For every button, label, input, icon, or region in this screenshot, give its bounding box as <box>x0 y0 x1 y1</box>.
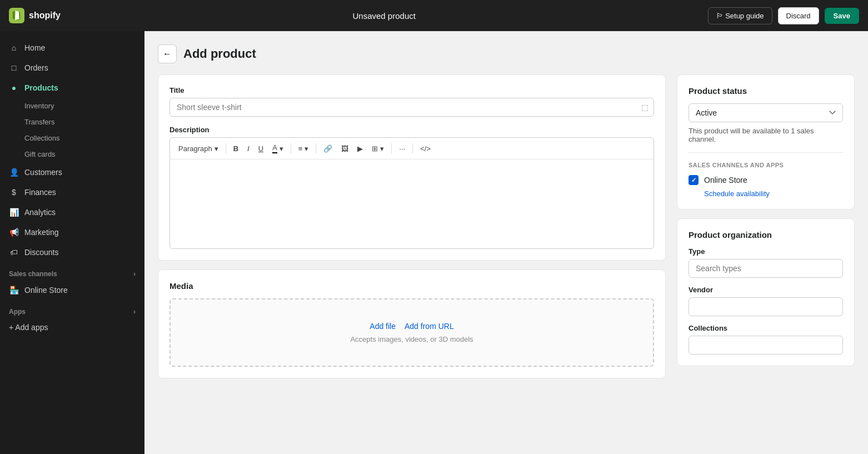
sidebar-item-marketing[interactable]: 📢 Marketing <box>0 222 144 242</box>
page-subtitle: Unsaved product <box>353 11 416 21</box>
sidebar-item-label-online-store: Online Store <box>24 286 68 295</box>
status-select[interactable]: Active Draft <box>689 103 843 122</box>
video-button[interactable]: ▶ <box>353 142 367 155</box>
schedule-availability-link[interactable]: Schedule availability <box>689 189 843 198</box>
content-grid: Title ⬚ Description Paragraph ▾ <box>158 74 855 378</box>
bold-button[interactable]: B <box>230 142 242 155</box>
discard-button[interactable]: Discard <box>778 7 819 24</box>
save-button[interactable]: Save <box>825 8 859 24</box>
channel-row-online-store: Online Store <box>689 175 843 185</box>
customers-icon: 👤 <box>9 167 19 177</box>
setup-guide-button[interactable]: 🏳 Setup guide <box>708 7 772 24</box>
sidebar-item-label-finances: Finances <box>24 188 56 197</box>
add-url-button[interactable]: Add from URL <box>405 322 454 331</box>
title-label: Title <box>169 86 654 94</box>
description-body[interactable] <box>170 159 654 248</box>
finances-icon: $ <box>9 187 19 197</box>
online-store-checkbox[interactable] <box>689 175 699 185</box>
align-icon: ≡ <box>298 144 303 153</box>
sidebar-item-online-store[interactable]: 🏪 Online Store <box>0 280 144 300</box>
toolbar-sep-1 <box>226 143 226 153</box>
product-organization-card: Product organization Type Vendor Collect… <box>677 218 855 366</box>
product-organization-title: Product organization <box>689 230 843 240</box>
type-field: Type <box>689 247 843 278</box>
paragraph-dropdown-icon: ▾ <box>214 144 218 153</box>
analytics-icon: 📊 <box>9 207 19 217</box>
code-button[interactable]: </> <box>416 142 435 155</box>
sidebar-item-label-analytics: Analytics <box>24 208 56 217</box>
back-button[interactable]: ← <box>158 44 177 63</box>
table-dropdown[interactable]: ⊞ ▾ <box>368 142 388 155</box>
sidebar-item-label-marketing: Marketing <box>24 228 58 237</box>
content-main: Title ⬚ Description Paragraph ▾ <box>158 74 666 378</box>
underline-button[interactable]: U <box>255 142 267 155</box>
media-hint: Accepts images, videos, or 3D models <box>182 335 642 343</box>
sidebar-item-finances[interactable]: $ Finances <box>0 182 144 202</box>
paragraph-dropdown[interactable]: Paragraph ▾ <box>174 142 222 155</box>
sidebar-item-label-orders: Orders <box>24 63 48 72</box>
add-file-button[interactable]: Add file <box>370 322 396 331</box>
media-dropzone[interactable]: Add file Add from URL Accepts images, vi… <box>169 298 654 367</box>
collections-field: Collections <box>689 324 843 355</box>
sidebar-item-label-customers: Customers <box>24 168 62 177</box>
sidebar-sub-item-gift-cards[interactable]: Gift cards <box>0 146 144 162</box>
text-color-icon: A <box>272 143 277 153</box>
media-card: Media Add file Add from URL Accepts imag… <box>158 270 666 378</box>
sidebar-item-label-add-apps: + Add apps <box>9 323 48 332</box>
table-icon: ⊞ <box>372 144 378 153</box>
apps-section: Apps › <box>0 300 144 318</box>
vendor-label: Vendor <box>689 286 843 294</box>
align-dropdown[interactable]: ≡ ▾ <box>295 142 313 155</box>
toolbar-sep-3 <box>316 143 316 153</box>
description-label: Description <box>169 126 654 134</box>
toolbar-sep-2 <box>291 143 291 153</box>
image-button[interactable]: 🖼 <box>337 142 352 155</box>
sidebar-item-label-home: Home <box>24 43 45 52</box>
status-hint: This product will be available to 1 sale… <box>689 127 843 143</box>
sales-channels-chevron[interactable]: › <box>133 270 136 278</box>
page-header: ← Add product <box>158 44 855 63</box>
sidebar-item-customers[interactable]: 👤 Customers <box>0 162 144 182</box>
media-title: Media <box>169 281 654 291</box>
italic-button[interactable]: I <box>243 142 253 155</box>
sidebar-item-products[interactable]: ● Products <box>0 78 144 98</box>
type-label: Type <box>689 247 843 256</box>
sidebar: ⌂ Home □ Orders ● Products Inventory Tra… <box>0 31 144 454</box>
topbar-actions: 🏳 Setup guide Discard Save <box>708 7 859 24</box>
orders-icon: □ <box>9 63 19 73</box>
product-status-title: Product status <box>689 86 843 96</box>
sidebar-item-discounts[interactable]: 🏷 Discounts <box>0 242 144 262</box>
sidebar-item-label-products: Products <box>24 83 58 92</box>
sidebar-item-add-apps[interactable]: + Add apps <box>0 318 144 337</box>
link-button[interactable]: 🔗 <box>320 142 336 155</box>
product-details-card: Title ⬚ Description Paragraph ▾ <box>158 74 666 261</box>
title-input-icon: ⬚ <box>641 103 648 112</box>
sidebar-item-analytics[interactable]: 📊 Analytics <box>0 202 144 222</box>
sidebar-item-home[interactable]: ⌂ Home <box>0 38 144 58</box>
collections-input[interactable] <box>689 336 843 355</box>
logo: shopify <box>9 8 61 23</box>
marketing-icon: 📢 <box>9 227 19 237</box>
vendor-field: Vendor <box>689 286 843 316</box>
product-status-card: Product status Active Draft This product… <box>677 74 855 209</box>
media-links: Add file Add from URL <box>182 322 642 331</box>
type-input[interactable] <box>689 259 843 278</box>
sidebar-item-label-discounts: Discounts <box>24 248 58 257</box>
sidebar-sub-item-collections[interactable]: Collections <box>0 130 144 146</box>
back-icon: ← <box>163 49 172 59</box>
apps-chevron[interactable]: › <box>133 308 136 316</box>
topbar: shopify Unsaved product 🏳 Setup guide Di… <box>0 0 868 31</box>
toolbar-sep-5 <box>412 143 413 153</box>
text-color-dropdown[interactable]: A ▾ <box>268 141 287 156</box>
more-button[interactable]: ··· <box>395 142 409 155</box>
channels-section-label: SALES CHANNELS AND APPS <box>689 162 843 168</box>
title-field-wrapper: ⬚ <box>169 98 654 117</box>
vendor-input[interactable] <box>689 297 843 316</box>
title-input[interactable] <box>169 98 654 117</box>
layout: ⌂ Home □ Orders ● Products Inventory Tra… <box>0 31 868 454</box>
logo-text: shopify <box>29 11 61 21</box>
sidebar-sub-item-inventory[interactable]: Inventory <box>0 98 144 114</box>
sidebar-sub-item-transfers[interactable]: Transfers <box>0 114 144 130</box>
sidebar-item-orders[interactable]: □ Orders <box>0 58 144 78</box>
products-icon: ● <box>9 83 19 93</box>
